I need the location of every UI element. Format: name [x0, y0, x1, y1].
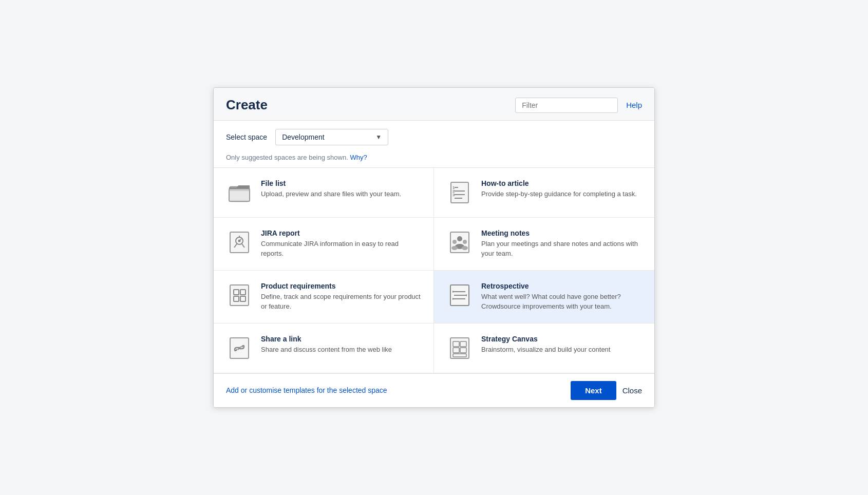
- template-grid: File listUpload, preview and share files…: [214, 168, 654, 373]
- why-link[interactable]: Why?: [350, 154, 367, 161]
- svg-point-20: [452, 240, 457, 244]
- template-item-product-requirements[interactable]: Product requirementsDefine, track and sc…: [214, 271, 434, 323]
- link-icon: [226, 335, 253, 361]
- template-desc-strategy-canvas: Brainstorm, visualize and build your con…: [481, 345, 642, 355]
- template-desc-retrospective: What went well? What could have gone bet…: [481, 292, 642, 312]
- template-item-meeting-notes[interactable]: Meeting notesPlan your meetings and shar…: [434, 218, 654, 271]
- add-templates-link[interactable]: Add or customise templates for the selec…: [226, 386, 387, 394]
- svg-point-19: [457, 236, 462, 241]
- template-desc-how-to-article: Provide step-by-step guidance for comple…: [481, 189, 642, 199]
- svg-point-24: [462, 246, 468, 250]
- svg-point-23: [451, 246, 458, 250]
- template-text-jira-report: JIRA reportCommunicate JIRA information …: [261, 229, 421, 259]
- space-label: Select space: [226, 133, 267, 141]
- template-text-how-to-article: How-to articleProvide step-by-step guida…: [481, 179, 642, 199]
- folder-icon: [226, 179, 253, 206]
- template-item-jira-report[interactable]: JIRA reportCommunicate JIRA information …: [214, 218, 434, 271]
- template-text-share-a-link: Share a linkShare and discuss content fr…: [261, 335, 421, 355]
- template-name-product-requirements: Product requirements: [261, 282, 421, 290]
- space-dropdown[interactable]: Development ▼: [275, 129, 388, 145]
- template-desc-file-list: Upload, preview and share files with you…: [261, 189, 421, 199]
- create-dialog: Create Help Select space Development ▼ O…: [213, 87, 655, 407]
- next-button[interactable]: Next: [571, 381, 616, 400]
- svg-rect-11: [230, 232, 249, 253]
- space-selector-section: Select space Development ▼ Only suggeste…: [214, 121, 654, 168]
- svg-point-21: [463, 240, 467, 244]
- strategy-icon: [446, 335, 473, 361]
- product-icon: [226, 282, 253, 309]
- template-text-product-requirements: Product requirementsDefine, track and sc…: [261, 282, 421, 312]
- howto-icon: 1 2 3: [446, 179, 473, 206]
- template-name-how-to-article: How-to article: [481, 179, 642, 187]
- template-item-share-a-link[interactable]: Share a linkShare and discuss content fr…: [214, 323, 434, 373]
- svg-rect-25: [230, 285, 249, 306]
- template-desc-product-requirements: Define, track and scope requirements for…: [261, 292, 421, 312]
- template-desc-jira-report: Communicate JIRA information in easy to …: [261, 239, 421, 259]
- meeting-icon: [446, 229, 473, 256]
- template-text-strategy-canvas: Strategy CanvasBrainstorm, visualize and…: [481, 335, 642, 355]
- jira-icon: [226, 229, 253, 256]
- template-item-file-list[interactable]: File listUpload, preview and share files…: [214, 168, 434, 218]
- template-name-retrospective: Retrospective: [481, 282, 642, 290]
- template-text-meeting-notes: Meeting notesPlan your meetings and shar…: [481, 229, 642, 259]
- filter-input[interactable]: [515, 98, 618, 113]
- template-item-retrospective[interactable]: RetrospectiveWhat went well? What could …: [434, 271, 654, 323]
- template-desc-share-a-link: Share and discuss content from the web l…: [261, 345, 421, 355]
- svg-rect-2: [229, 189, 250, 201]
- template-item-how-to-article[interactable]: 1 2 3 How-to articleProvide step-by-step…: [434, 168, 654, 218]
- chevron-down-icon: ▼: [375, 134, 382, 141]
- template-text-retrospective: RetrospectiveWhat went well? What could …: [481, 282, 642, 312]
- retrospective-icon: [446, 282, 473, 309]
- template-name-meeting-notes: Meeting notes: [481, 229, 642, 237]
- template-name-jira-report: JIRA report: [261, 229, 421, 237]
- help-link[interactable]: Help: [626, 101, 642, 109]
- dialog-footer: Add or customise templates for the selec…: [214, 373, 654, 407]
- template-text-file-list: File listUpload, preview and share files…: [261, 179, 421, 199]
- template-desc-meeting-notes: Plan your meetings and share notes and a…: [481, 239, 642, 259]
- header-right: Help: [515, 98, 642, 113]
- template-name-file-list: File list: [261, 179, 421, 187]
- svg-text:3: 3: [452, 193, 455, 197]
- space-dropdown-value: Development: [282, 133, 325, 141]
- footer-buttons: Next Close: [571, 381, 642, 400]
- template-name-share-a-link: Share a link: [261, 335, 421, 343]
- template-item-strategy-canvas[interactable]: Strategy CanvasBrainstorm, visualize and…: [434, 323, 654, 373]
- space-row: Select space Development ▼: [226, 129, 388, 145]
- dialog-title: Create: [226, 97, 268, 113]
- template-name-strategy-canvas: Strategy Canvas: [481, 335, 642, 343]
- space-hint: Only suggested spaces are being shown. W…: [226, 154, 367, 161]
- dialog-header: Create Help: [214, 88, 654, 121]
- close-button[interactable]: Close: [622, 386, 642, 395]
